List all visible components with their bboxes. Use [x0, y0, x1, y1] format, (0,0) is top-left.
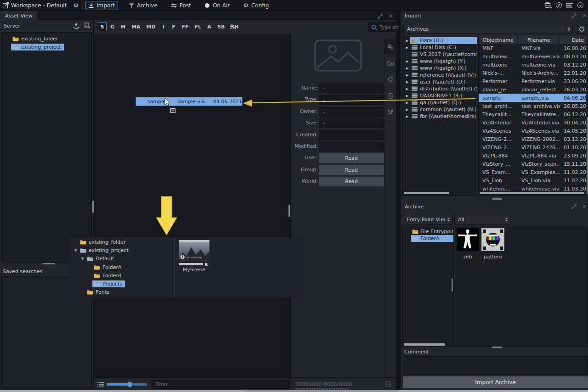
- import-close-icon[interactable]: ×: [581, 12, 588, 19]
- workspace-label[interactable]: Workspace - Default: [11, 2, 67, 9]
- drive-tree-item[interactable]: ▶DATADRIVE1 (R:): [403, 92, 477, 99]
- thumbnail-zeb[interactable]: zeb: [457, 228, 479, 260]
- permission-button[interactable]: Read: [319, 153, 384, 163]
- menu-archive[interactable]: Archive: [126, 1, 160, 10]
- permission-button[interactable]: Read: [319, 177, 384, 186]
- tab-asset-view[interactable]: Asset View: [0, 11, 38, 20]
- archive-table-row[interactable]: samplesample.via04.06.2021 1: [479, 94, 586, 102]
- right-splitter-handle[interactable]: [492, 198, 502, 200]
- clock-icon[interactable]: [384, 88, 396, 104]
- menu-on-air[interactable]: On Air: [202, 1, 232, 10]
- column-header-date[interactable]: Date: [560, 36, 586, 44]
- left-splitter-handle[interactable]: [42, 263, 55, 264]
- menu-list-icon[interactable]: [566, 3, 573, 8]
- entrypoint-tree-item[interactable]: File Entrypoint: [403, 228, 453, 235]
- assetview-content[interactable]: [94, 34, 289, 377]
- chevron-down-icon[interactable]: ▼: [73, 248, 79, 252]
- archive-table-row[interactable]: test_archi...test_archive.via26.05.2021 …: [479, 102, 586, 110]
- archive-table-row[interactable]: VIZPL-884VIZPL-884.via23.09.2020 0: [479, 151, 586, 160]
- archive-table-row[interactable]: VIZENG-2...VIZENG-2002...03.12.2018 1: [479, 135, 586, 143]
- entrypoint-tree-item[interactable]: FolderA: [403, 235, 453, 242]
- filter-button-fl[interactable]: FL: [192, 22, 204, 31]
- refresh-star-icon[interactable]: [73, 22, 80, 29]
- drop-tree-item[interactable]: ▼Default: [69, 255, 174, 263]
- assetview-close-icon[interactable]: ×: [388, 13, 394, 19]
- drop-tree-item[interactable]: existing_folder: [69, 238, 174, 246]
- database-icon[interactable]: [544, 2, 552, 9]
- chevron-right-icon[interactable]: ▶: [404, 73, 410, 77]
- entrypoint-hscrollbar[interactable]: [404, 343, 445, 346]
- archive-table-row[interactable]: PerformerPerformer.via23.06.2018 0: [479, 77, 586, 85]
- server-tree-item[interactable]: existing_project: [2, 43, 91, 51]
- drive-tree-item[interactable]: VS 2017 (\\autlet\comm: [403, 51, 477, 58]
- filter-button-md[interactable]: MD: [144, 22, 158, 31]
- filter-button-m[interactable]: M: [118, 22, 128, 31]
- chevron-right-icon[interactable]: ▶: [404, 94, 410, 98]
- chevron-down-icon[interactable]: ▼: [79, 257, 85, 261]
- archive-table-row[interactable]: Viz4ScenesViz4Scenes.via14.05.2021 1: [479, 127, 586, 135]
- filter-button-sb[interactable]: SB: [215, 22, 227, 31]
- refresh-icon[interactable]: [577, 24, 587, 34]
- archive-expand-icon[interactable]: [571, 203, 577, 210]
- drive-tree-item[interactable]: ▶common (\\autlet) (N:): [403, 106, 477, 113]
- menu-config[interactable]: ⚙Config: [240, 1, 271, 10]
- permission-button[interactable]: Read: [319, 165, 384, 175]
- archive-table-row[interactable]: planar_re...planar_reflect...26.03.2020 …: [479, 85, 586, 94]
- list-view-icon[interactable]: [97, 381, 104, 387]
- bookmark-icon[interactable]: [84, 22, 90, 29]
- chevron-right-icon[interactable]: ▶: [404, 101, 410, 105]
- chevron-right-icon[interactable]: ▶: [404, 108, 410, 112]
- settings-gear-icon[interactable]: ⚙: [73, 2, 79, 8]
- uuid-copy-icon[interactable]: [385, 381, 391, 387]
- filter-button-i[interactable]: I: [159, 22, 168, 31]
- import-archive-button[interactable]: Import Archive: [403, 376, 588, 388]
- archives-select[interactable]: Archives: [403, 24, 573, 34]
- chevron-right-icon[interactable]: ▶: [404, 87, 410, 91]
- filter-button-s[interactable]: S: [98, 22, 107, 31]
- filter-button-a[interactable]: A: [205, 22, 214, 31]
- entry-filter-select[interactable]: All: [454, 215, 510, 224]
- tools-icon[interactable]: [384, 105, 396, 121]
- tag-icon[interactable]: [384, 72, 396, 88]
- drive-tree-item[interactable]: ▶reference (\\fsaut) (V:): [403, 72, 477, 78]
- drive-tree-item[interactable]: ▶user (\\autlet) (U:): [403, 78, 477, 85]
- import-expand-icon[interactable]: [571, 12, 577, 19]
- archive-table-row[interactable]: VS_FlohVS_Floh.via11.02.2021 1: [479, 176, 586, 185]
- comment-splitter-handle[interactable]: [492, 347, 502, 348]
- comment-input[interactable]: [403, 356, 588, 375]
- filter-button-ma[interactable]: MA: [129, 22, 142, 31]
- column-header-filename[interactable]: Filename: [518, 36, 560, 44]
- filter-button-g[interactable]: G: [108, 22, 117, 31]
- archive-table-row[interactable]: VS_Exam...VS_Examples....11.02.2021 1: [479, 168, 586, 176]
- archive-table-hscrollbar[interactable]: [480, 192, 584, 194]
- dragged-asset-row[interactable]: sample sample.via 04.06.2021 1: [136, 97, 243, 106]
- sort-icon[interactable]: [230, 24, 237, 30]
- thumbnail-size-slider-thumb[interactable]: [127, 381, 133, 387]
- chevron-right-icon[interactable]: ▶: [404, 39, 410, 43]
- archive-table-row[interactable]: multizonemultizone.via03.12.2018 1: [479, 61, 586, 69]
- archive-table-row[interactable]: multiview...multiviewer.via08.03.2021 0: [479, 52, 586, 61]
- chevron-right-icon[interactable]: ▶: [404, 60, 410, 63]
- scene-thumbnail[interactable]: GATHERSCENE S MyScene: [179, 240, 209, 273]
- drop-tree-item[interactable]: Projects: [69, 280, 174, 288]
- archive-table-row[interactable]: Theycallit...Theycallitatre...06.12.2018…: [479, 110, 586, 118]
- drive-tree-item[interactable]: ▶www (\\qatgh) (X:): [403, 65, 477, 72]
- drive-tree-item[interactable]: ▶distribution (\\autlet) (S:: [403, 85, 477, 92]
- drop-tree-item[interactable]: Fonts: [69, 288, 174, 297]
- chevron-right-icon[interactable]: ▶: [404, 80, 410, 84]
- gears-icon[interactable]: ⚙⚙: [384, 39, 396, 55]
- help-icon[interactable]: ?: [556, 2, 562, 8]
- entrypoint-vscrollbar[interactable]: [452, 279, 453, 291]
- archive-table-row[interactable]: VizStory_...VizStory_scen...15.11.2018 1: [479, 160, 586, 168]
- thumbnail-pattern[interactable]: pattern: [481, 228, 504, 260]
- drive-tree-item[interactable]: ▶fbr (\\autlet\homedirs) (: [403, 113, 477, 120]
- entry-point-view-select[interactable]: Entry Point View: [403, 215, 452, 224]
- menu-import[interactable]: Import: [85, 1, 118, 10]
- drive-tree-hscrollbar[interactable]: [404, 192, 449, 194]
- drive-tree-item[interactable]: ▶qa (\\autlet) (Q:): [403, 99, 477, 106]
- column-header-objectname[interactable]: Objectname: [479, 36, 517, 44]
- archive-table-row[interactable]: VIZENG-2...VIZENG-2426...01.10.2020 0: [479, 143, 586, 151]
- filter-button-ff[interactable]: FF: [180, 22, 191, 31]
- server-tree-item[interactable]: existing_folder: [2, 34, 91, 43]
- archive-close-icon[interactable]: ×: [581, 203, 588, 210]
